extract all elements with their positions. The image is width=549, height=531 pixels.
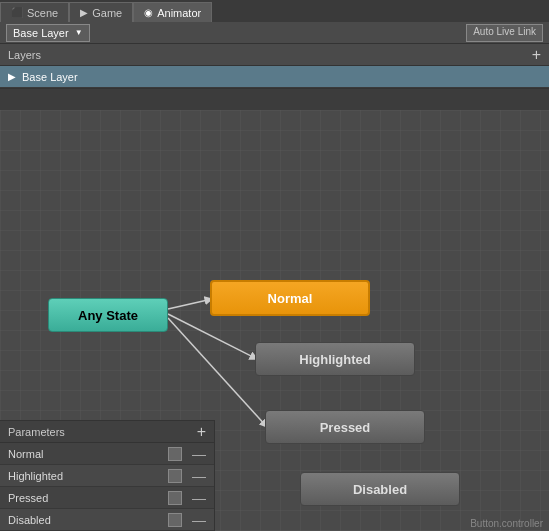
layers-header: Layers + bbox=[0, 44, 549, 66]
layers-title: Layers bbox=[8, 49, 41, 61]
scene-icon: ⬛ bbox=[11, 7, 23, 18]
params-add-button[interactable]: + bbox=[197, 423, 206, 441]
auto-live-link-button[interactable]: Auto Live Link bbox=[466, 24, 543, 42]
param-normal-checkbox[interactable] bbox=[168, 447, 182, 461]
animator-icon: ◉ bbox=[144, 7, 153, 18]
dropdown-arrow-icon: ▼ bbox=[75, 28, 83, 37]
param-disabled-checkbox[interactable] bbox=[168, 513, 182, 527]
auto-live-link-label: Auto Live Link bbox=[473, 26, 536, 37]
param-row-normal: Normal — bbox=[0, 443, 214, 465]
node-disabled[interactable]: Disabled bbox=[300, 472, 460, 506]
node-highlighted[interactable]: Highlighted bbox=[255, 342, 415, 376]
params-header: Parameters + bbox=[0, 421, 214, 443]
game-icon: ▶ bbox=[80, 7, 88, 18]
tab-game[interactable]: ▶ Game bbox=[69, 2, 133, 22]
layers-list: ▶ Base Layer bbox=[0, 66, 549, 89]
params-title: Parameters bbox=[8, 426, 65, 438]
disabled-label: Disabled bbox=[353, 482, 407, 497]
param-disabled-remove-button[interactable]: — bbox=[192, 512, 206, 528]
param-row-highlighted: Highlighted — bbox=[0, 465, 214, 487]
footer-label: Button.controller bbox=[470, 518, 543, 529]
normal-label: Normal bbox=[268, 291, 313, 306]
any-state-label: Any State bbox=[78, 308, 138, 323]
param-pressed-label: Pressed bbox=[8, 492, 168, 504]
parameters-panel: Parameters + Normal — Highlighted — Pres… bbox=[0, 420, 215, 531]
svg-line-1 bbox=[168, 299, 212, 309]
tab-animator[interactable]: ◉ Animator bbox=[133, 2, 212, 22]
tab-animator-label: Animator bbox=[157, 7, 201, 19]
layer-dropdown[interactable]: Base Layer ▼ bbox=[6, 24, 90, 42]
node-normal[interactable]: Normal bbox=[210, 280, 370, 316]
param-normal-remove-button[interactable]: — bbox=[192, 446, 206, 462]
param-normal-label: Normal bbox=[8, 448, 168, 460]
tab-scene[interactable]: ⬛ Scene bbox=[0, 2, 69, 22]
param-highlighted-label: Highlighted bbox=[8, 470, 168, 482]
param-highlighted-checkbox[interactable] bbox=[168, 469, 182, 483]
tab-game-label: Game bbox=[92, 7, 122, 19]
param-disabled-label: Disabled bbox=[8, 514, 168, 526]
main-content: Layers + ▶ Base Layer Any State bbox=[0, 44, 549, 531]
node-pressed[interactable]: Pressed bbox=[265, 410, 425, 444]
layer-dropdown-label: Base Layer bbox=[13, 27, 69, 39]
node-any-state[interactable]: Any State bbox=[48, 298, 168, 332]
param-row-disabled: Disabled — bbox=[0, 509, 214, 531]
layer-item-label: Base Layer bbox=[22, 71, 78, 83]
tab-bar: ⬛ Scene ▶ Game ◉ Animator bbox=[0, 0, 549, 22]
param-row-pressed: Pressed — bbox=[0, 487, 214, 509]
svg-line-3 bbox=[168, 318, 267, 427]
layers-add-button[interactable]: + bbox=[532, 47, 541, 63]
tab-scene-label: Scene bbox=[27, 7, 58, 19]
toolbar: Base Layer ▼ Auto Live Link bbox=[0, 22, 549, 44]
param-pressed-checkbox[interactable] bbox=[168, 491, 182, 505]
footer: Button.controller bbox=[470, 518, 543, 529]
layer-item-base[interactable]: ▶ Base Layer bbox=[0, 66, 549, 88]
param-highlighted-remove-button[interactable]: — bbox=[192, 468, 206, 484]
highlighted-label: Highlighted bbox=[299, 352, 371, 367]
layer-item-arrow-icon: ▶ bbox=[8, 71, 16, 82]
svg-line-2 bbox=[168, 314, 257, 359]
pressed-label: Pressed bbox=[320, 420, 371, 435]
param-pressed-remove-button[interactable]: — bbox=[192, 490, 206, 506]
